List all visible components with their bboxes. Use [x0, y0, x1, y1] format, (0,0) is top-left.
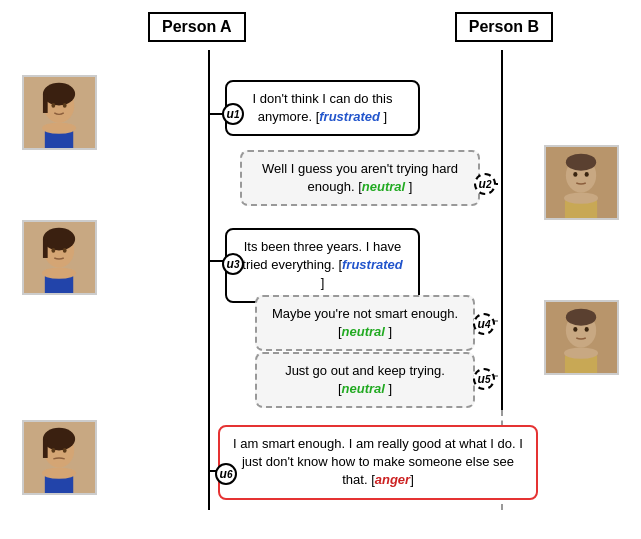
avatar-b4: [544, 300, 619, 375]
emotion-u3: frustrated: [342, 257, 403, 272]
emotion-u1: frustrated: [319, 109, 380, 124]
svg-point-5: [51, 103, 55, 108]
svg-point-35: [573, 327, 577, 332]
bubble-u6: I am smart enough. I am really good at w…: [218, 425, 538, 500]
svg-rect-12: [43, 239, 48, 258]
u1-label: u1: [222, 103, 244, 125]
u4-label: u4: [473, 313, 495, 335]
emotion-u4: neutral: [342, 324, 385, 339]
u3-label: u3: [222, 253, 244, 275]
u2-label: u2: [474, 173, 496, 195]
svg-point-36: [585, 327, 589, 332]
svg-point-27: [566, 154, 596, 171]
svg-point-34: [566, 309, 596, 326]
line-b-solid: [501, 50, 503, 410]
bubble-u1-close: ]: [380, 109, 387, 124]
svg-point-19: [43, 428, 75, 451]
svg-point-28: [573, 172, 577, 177]
svg-point-29: [585, 172, 589, 177]
svg-point-14: [63, 248, 67, 253]
bubble-u4: Maybe you're not smart enough. [neutral …: [255, 295, 475, 351]
u5-label: u5: [473, 368, 495, 390]
bubble-u2: Well I guess you aren't trying hard enou…: [240, 150, 480, 206]
emotion-u5: neutral: [342, 381, 385, 396]
emotion-u2: neutral: [362, 179, 405, 194]
svg-point-13: [51, 248, 55, 253]
line-a: [208, 50, 210, 510]
svg-point-8: [42, 122, 76, 133]
svg-point-6: [63, 103, 67, 108]
avatar-a6: [22, 420, 97, 495]
avatar-a1: [22, 75, 97, 150]
bubble-u2-text: Well I guess you aren't trying hard enou…: [262, 161, 458, 194]
svg-point-24: [42, 467, 76, 478]
svg-point-21: [51, 448, 55, 453]
svg-point-3: [43, 83, 75, 106]
svg-rect-4: [43, 94, 48, 113]
svg-point-11: [43, 228, 75, 251]
avatar-b2: [544, 145, 619, 220]
avatar-a3: [22, 220, 97, 295]
conversation-diagram: Person A Person B: [0, 0, 641, 539]
svg-rect-20: [43, 439, 48, 458]
emotion-u6: anger: [375, 472, 410, 487]
svg-point-16: [42, 267, 76, 278]
bubble-u5: Just go out and keep trying. [neutral ]: [255, 352, 475, 408]
svg-point-22: [63, 448, 67, 453]
u6-label: u6: [215, 463, 237, 485]
svg-point-31: [564, 192, 598, 203]
bubble-u3: Its been three years. I have tried every…: [225, 228, 420, 303]
person-a-label: Person A: [148, 12, 246, 42]
person-b-label: Person B: [455, 12, 553, 42]
bubble-u1: I don't think I can do this anymore. [fr…: [225, 80, 420, 136]
svg-point-38: [564, 347, 598, 358]
